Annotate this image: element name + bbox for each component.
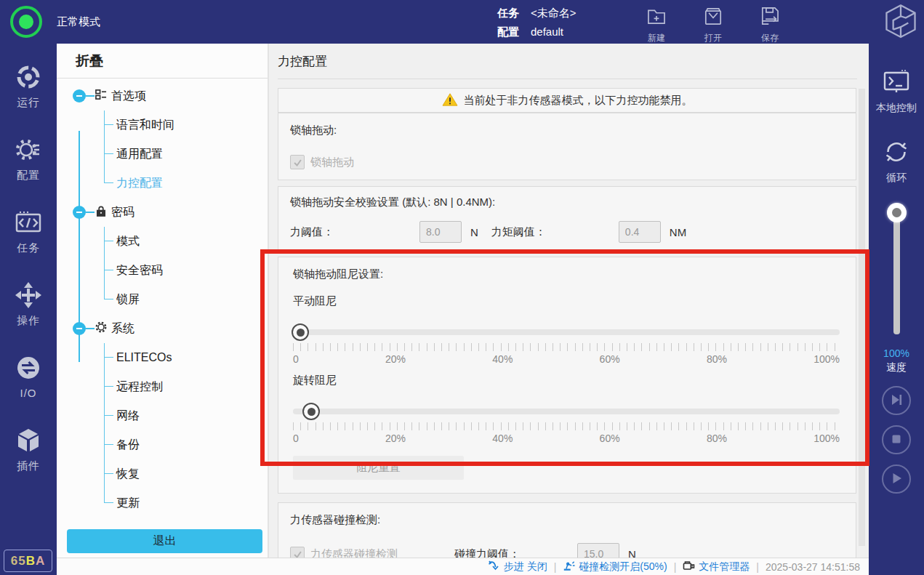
translation-damping-slider[interactable] [293, 323, 840, 342]
gear-config-icon [14, 135, 43, 167]
tree-item-safety-password[interactable]: 安全密码 [104, 256, 268, 285]
io-icon [14, 353, 43, 385]
loop-label: 循环 [886, 172, 907, 185]
usb-drive-icon [683, 560, 695, 574]
collision-detection-label: 碰撞检测开启(50%) [579, 560, 667, 574]
damping-reset-button[interactable]: 阻尼重置 [293, 456, 464, 480]
translation-slider-handle[interactable] [292, 323, 309, 341]
rotation-damping-slider[interactable] [293, 402, 840, 421]
step-mode-label: 步进 关闭 [504, 560, 547, 574]
section-title: 锁轴拖动安全校验设置 (默认: 8N | 0.4NM): [290, 196, 844, 209]
sidebar-item-task[interactable]: 任务 [14, 208, 43, 281]
tree-item-general-config[interactable]: 通用配置 [104, 140, 268, 169]
collapse-node-icon[interactable] [73, 206, 86, 219]
warning-banner: 当前处于非力传感器模式，以下力控功能禁用。 [278, 88, 856, 113]
sidebar-item-plugin[interactable]: 插件 [14, 426, 43, 499]
force-threshold-label: 力阈值： [290, 225, 419, 239]
speed-slider-track[interactable] [893, 212, 900, 334]
rotation-damping-label: 旋转阻尼 [293, 374, 840, 387]
sidebar-item-io[interactable]: I/O [14, 353, 43, 426]
collision-detection-icon [563, 560, 575, 574]
lock-axis-drag-checkbox[interactable] [290, 155, 305, 169]
stop-icon [888, 431, 904, 449]
left-sidebar: 运行 配置 任务 操作 I/O [0, 44, 57, 575]
section-title: 锁轴拖动阻尼设置: [293, 268, 840, 281]
status-light-icon [10, 6, 42, 38]
section-title: 锁轴拖动: [290, 124, 844, 137]
tree-item-network[interactable]: 网络 [104, 401, 268, 430]
open-task-button[interactable]: 打开 [701, 4, 726, 44]
damping-settings-section: 锁轴拖动阻尼设置: 平动阻尼 0 20% 40% 60% 80% 100% 旋转… [278, 257, 856, 494]
sidebar-item-config[interactable]: 配置 [14, 135, 43, 208]
tree-item-update[interactable]: 更新 [104, 488, 268, 518]
local-control-label: 本地控制 [876, 102, 917, 115]
tree-node-preferences[interactable]: 首选项 [57, 81, 268, 110]
sidebar-item-operate[interactable]: 操作 [14, 281, 43, 353]
tree-item-mode[interactable]: 模式 [104, 227, 268, 256]
code-window-icon [14, 208, 43, 240]
tree-item-restore[interactable]: 恢复 [104, 459, 268, 488]
file-manager-button[interactable]: 文件管理器 [683, 560, 750, 574]
slider-track[interactable] [293, 329, 840, 335]
tree-node-system[interactable]: 系统 [57, 314, 268, 343]
tree-item-language-time[interactable]: 语言和时间 [104, 110, 268, 140]
password-children: 模式 安全密码 锁屏 [104, 227, 268, 314]
translation-damping-label: 平动阻尼 [293, 294, 840, 308]
step-mode-toggle[interactable]: 步进 关闭 [488, 560, 547, 574]
task-config-info: 任务 <未命名> 配置 default [497, 4, 577, 42]
loop-button[interactable]: 循环 [869, 137, 924, 185]
slider-track[interactable] [293, 409, 840, 414]
step-mode-icon [488, 560, 500, 574]
collapse-node-icon[interactable] [73, 89, 86, 102]
speed-slider-handle[interactable] [887, 203, 907, 222]
stop-button[interactable] [882, 425, 911, 454]
loop-icon [881, 137, 912, 170]
lock-axis-drag-section: 锁轴拖动: 锁轴拖动 [278, 113, 856, 180]
save-task-button[interactable]: 保存 [758, 4, 782, 44]
tree-item-elitecos[interactable]: ELITECOs [104, 343, 268, 372]
tree-item-remote-control[interactable]: 远程控制 [104, 372, 268, 401]
play-button[interactable] [882, 465, 911, 494]
settings-tree-panel: 折叠 首选项 语言和时间 通用配置 力控配置 [57, 44, 269, 558]
sidebar-item-run[interactable]: 运行 [14, 63, 43, 135]
mode-label: 正常模式 [57, 15, 100, 29]
tree-item-backup[interactable]: 备份 [104, 430, 268, 459]
file-manager-label: 文件管理器 [699, 560, 750, 574]
exit-button[interactable]: 退出 [67, 529, 262, 553]
force-threshold-input[interactable] [419, 221, 462, 243]
sidebar-item-label: 操作 [17, 314, 40, 328]
preferences-children: 语言和时间 通用配置 力控配置 [104, 110, 268, 198]
new-task-button[interactable]: 新建 [644, 4, 669, 44]
rotation-slider-handle[interactable] [302, 403, 320, 420]
sidebar-item-label: 插件 [17, 459, 40, 473]
sidebar-item-label: 任务 [17, 241, 40, 255]
page-title: 力控配置 [278, 53, 857, 79]
cube-plugin-icon [14, 426, 43, 458]
tree-item-lock-screen[interactable]: 锁屏 [104, 285, 268, 314]
force-control-config-page: 力控配置 当前处于非力传感器模式，以下力控功能禁用。 锁轴拖动: 锁轴拖动 锁轴… [269, 44, 869, 558]
tree-node-password[interactable]: 密码 [57, 198, 268, 227]
status-bar: 步进 关闭 | 碰撞检测开启(50%) | 文件管理器 | 2025-03-27… [57, 558, 869, 575]
new-button-label: 新建 [648, 32, 665, 44]
warning-icon [442, 92, 458, 109]
torque-threshold-input[interactable] [619, 221, 661, 243]
tree-item-force-control[interactable]: 力控配置 [104, 169, 268, 198]
sidebar-item-label: 配置 [17, 169, 40, 182]
collision-detection-status[interactable]: 碰撞检测开启(50%) [563, 560, 667, 574]
slider-scale: 0 20% 40% 60% 80% 100% [293, 353, 840, 365]
collapse-tree-button[interactable]: 折叠 [57, 44, 268, 79]
system-children: ELITECOs 远程控制 网络 备份 恢复 更新 [104, 343, 268, 518]
collapse-node-icon[interactable] [73, 322, 86, 335]
task-label: 任务 [497, 4, 519, 22]
save-icon [758, 4, 782, 31]
vertical-scrollbar[interactable] [859, 89, 865, 546]
slider-ticks [293, 422, 840, 430]
step-forward-button[interactable] [882, 386, 911, 415]
terminal-icon [881, 67, 912, 100]
local-control-button[interactable]: 本地控制 [869, 67, 924, 115]
settings-tree: 首选项 语言和时间 通用配置 力控配置 密码 模式 安全密码 锁屏 [57, 79, 268, 518]
play-icon [888, 470, 904, 488]
brand-logo-icon [884, 4, 917, 39]
tree-node-label: 首选项 [111, 89, 146, 104]
save-button-label: 保存 [761, 32, 779, 44]
